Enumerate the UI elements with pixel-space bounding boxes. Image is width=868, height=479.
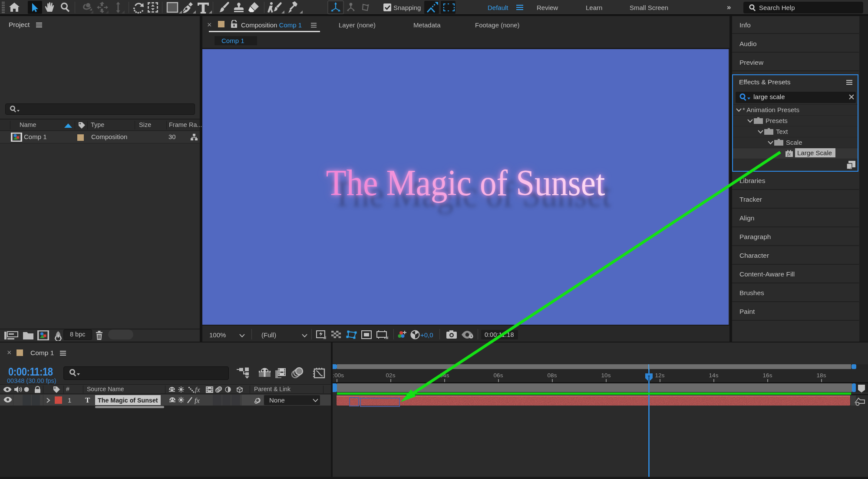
svg-text:fx: fx [195,397,200,405]
svg-text:fx: fx [787,151,791,156]
svg-text:fx: fx [195,386,200,394]
